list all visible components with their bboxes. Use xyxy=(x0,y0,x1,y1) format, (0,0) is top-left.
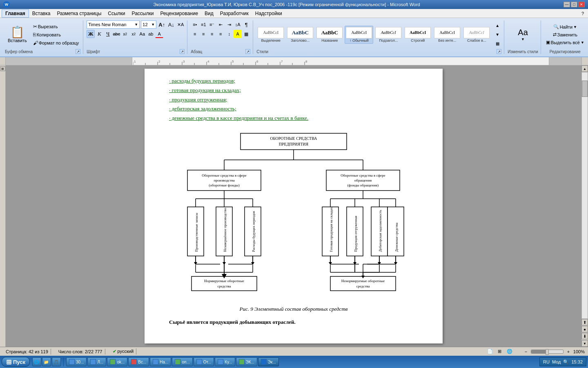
view-fullscreen-btn[interactable]: ⊞ xyxy=(496,348,504,356)
clipboard-expand[interactable]: ↗ xyxy=(76,49,80,54)
taskbar-item-4[interactable]: Вс... xyxy=(128,357,149,366)
taskbar-item-8[interactable]: Ку... xyxy=(215,357,235,366)
scroll-prev-page-btn[interactable]: ⬆ xyxy=(581,319,588,325)
cut-button[interactable]: ✂ Вырезать xyxy=(31,23,81,30)
align-right-btn[interactable]: ≡ xyxy=(208,30,216,38)
menu-vid[interactable]: Вид xyxy=(201,10,217,17)
right-scrollbar[interactable]: ▲ ⬆ ● ⬇ ▼ xyxy=(581,65,588,347)
explorer-icon[interactable]: 📁 xyxy=(42,357,51,366)
line-spacing-btn[interactable]: ↕ xyxy=(225,30,233,38)
view-toggle-btn[interactable]: ⊞ xyxy=(0,66,5,71)
pilcrow-btn[interactable]: ¶ xyxy=(242,20,250,29)
view-print-btn[interactable]: 📄 xyxy=(486,348,494,356)
style-nazvanie[interactable]: AaBbС Название xyxy=(315,26,344,44)
scroll-down-btn[interactable]: ▼ xyxy=(581,340,588,347)
zoom-in-btn[interactable]: + xyxy=(564,348,572,356)
style-videlenie[interactable]: AaBbCcI Выделение xyxy=(256,26,285,44)
taskbar-item-5[interactable]: На... xyxy=(150,357,171,366)
format-painter-button[interactable]: 🖌 Формат по образцу xyxy=(31,39,81,47)
scroll-track[interactable] xyxy=(581,72,588,319)
align-left-btn[interactable]: ≡ xyxy=(191,30,199,38)
style-zagolovok[interactable]: AaBbС Заголово... xyxy=(286,26,314,44)
select-btn[interactable]: ▣ Выделить всё ▼ xyxy=(544,39,586,46)
minimize-btn[interactable]: — xyxy=(564,2,570,7)
font-group: Times New Roman ▼ 12 ▼ A↑ A↓ ✕A Ж К Ч ab… xyxy=(84,20,187,54)
font-name-input[interactable]: Times New Roman ▼ xyxy=(87,20,140,29)
paragraph-expand[interactable]: ↗ xyxy=(245,49,250,54)
change-styles-btn[interactable]: Аа ▼ xyxy=(513,25,533,45)
align-center-btn[interactable]: ≡ xyxy=(199,30,207,38)
italic-btn[interactable]: К xyxy=(95,30,103,38)
menu-razmetka[interactable]: Разметка страницы xyxy=(53,10,105,17)
zoom-slider[interactable] xyxy=(531,350,564,354)
underline-btn[interactable]: Ч xyxy=(104,30,112,38)
taskbar-item-10[interactable]: Эк... xyxy=(258,357,279,366)
window-controls[interactable]: — □ ✕ xyxy=(564,2,585,7)
scroll-thumb[interactable] xyxy=(582,81,588,97)
justify-btn[interactable]: ≡ xyxy=(216,30,225,38)
style-bez-inte[interactable]: AaBbCcI Без инте... xyxy=(433,26,461,44)
find-btn[interactable]: 🔍 Найти ▼ xyxy=(552,23,579,30)
bold-btn[interactable]: Ж xyxy=(87,30,95,38)
style-obychnyj[interactable]: AaBbCcI ↑ Обычный xyxy=(345,26,373,44)
taskbar-item-2[interactable]: Л... xyxy=(87,357,106,366)
taskbar-item-3[interactable]: ok... xyxy=(107,357,127,366)
start-button[interactable]: ⊞ Пуск xyxy=(2,357,30,367)
scroll-select-obj-btn[interactable]: ● xyxy=(581,326,588,332)
decrease-indent-btn[interactable]: ⇤ xyxy=(216,20,225,29)
scroll-up-btn[interactable]: ▲ xyxy=(581,65,588,72)
replace-btn[interactable]: ⇄ Заменить xyxy=(551,31,579,38)
styles-scroll-up[interactable]: ▲ xyxy=(493,22,501,30)
subscript-btn[interactable]: x2 xyxy=(121,30,129,38)
zoom-thumb[interactable] xyxy=(546,349,549,355)
media-icon[interactable]: 🎵 xyxy=(52,357,61,366)
list-numbers-btn[interactable]: ≡1 xyxy=(199,20,207,29)
font-grow-btn[interactable]: A↑ xyxy=(158,20,166,29)
taskbar-item-7[interactable]: От... xyxy=(194,357,214,366)
view-controls: 📄 ⊞ 🌐 xyxy=(486,348,514,356)
border-btn[interactable]: ▦ xyxy=(242,30,250,38)
increase-indent-btn[interactable]: ⇥ xyxy=(225,20,233,29)
help-btn[interactable]: ? xyxy=(579,10,586,17)
strikethrough-btn[interactable]: abc xyxy=(112,30,120,38)
scroll-next-page-btn[interactable]: ⬇ xyxy=(581,333,588,339)
font-shrink-btn[interactable]: A↓ xyxy=(167,20,175,29)
font-expand[interactable]: ↗ xyxy=(180,49,185,54)
close-btn[interactable]: ✕ xyxy=(578,2,585,7)
taskbar-item-6[interactable]: оп... xyxy=(172,357,192,366)
menu-recenzirovanie[interactable]: Рецензирование xyxy=(157,10,201,17)
sort-btn[interactable]: ↕A xyxy=(234,20,242,29)
ie-icon[interactable]: 🌐 xyxy=(32,357,41,366)
maximize-btn[interactable]: □ xyxy=(571,2,577,7)
list-multilevel-btn[interactable]: ≡⁻ xyxy=(208,20,216,29)
styles-more[interactable]: ▦ xyxy=(493,40,501,48)
styles-expand[interactable]: ↗ xyxy=(497,49,501,54)
menu-rassylki[interactable]: Рассылки xyxy=(129,10,157,17)
taskbar-item-1[interactable]: 30... xyxy=(66,357,87,366)
case-btn[interactable]: Аа xyxy=(138,30,146,38)
copy-button[interactable]: ⎘ Копировать xyxy=(31,31,81,38)
style-strogij[interactable]: AaBbCcI Строгий xyxy=(403,26,432,44)
svg-text:Нормируемые оборотные: Нормируемые оборотные xyxy=(204,279,244,283)
style-slaboe[interactable]: AaBbCcI Слабое в... xyxy=(462,26,491,44)
view-web-btn[interactable]: 🌐 xyxy=(506,348,514,356)
list-bullets-btn[interactable]: ≡• xyxy=(191,20,199,29)
menu-razrabotchik[interactable]: Разработчик xyxy=(217,10,252,17)
superscript-btn[interactable]: x2 xyxy=(129,30,138,38)
menu-glavnaya[interactable]: Главная xyxy=(2,9,29,18)
menu-vstavka[interactable]: Вставка xyxy=(29,10,54,17)
font-color-btn[interactable]: А xyxy=(155,30,163,38)
paste-button[interactable]: 📋 Вставить xyxy=(5,25,30,44)
menu-ssylki[interactable]: Ссылки xyxy=(105,10,128,17)
shading-btn[interactable]: A xyxy=(234,30,242,38)
menu-nastrojki[interactable]: Надстройки xyxy=(252,10,285,17)
clear-format-btn[interactable]: ✕A xyxy=(176,20,185,29)
tray-search[interactable]: 🔍 xyxy=(563,359,569,365)
taskbar-item-9[interactable]: ЭК... xyxy=(236,357,257,366)
style-podzagolovok-name: Подзагол... xyxy=(379,38,398,43)
styles-scroll-down[interactable]: ▼ xyxy=(493,31,501,39)
highlight-btn[interactable]: ab xyxy=(147,30,155,38)
font-size-input[interactable]: 12 ▼ xyxy=(141,20,156,29)
style-podzagolovok[interactable]: AaBbCcI Подзагол... xyxy=(374,26,403,44)
zoom-out-btn[interactable]: − xyxy=(522,348,530,356)
